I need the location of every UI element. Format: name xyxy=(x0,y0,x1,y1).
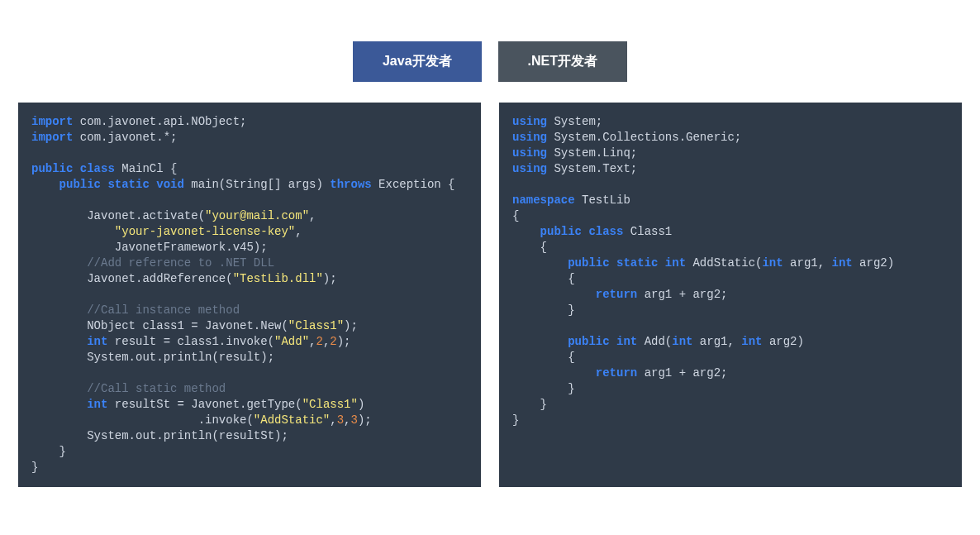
tab-java[interactable]: Java开发者 xyxy=(353,41,482,82)
csharp-code-panel: using System; using System.Collections.G… xyxy=(499,103,962,487)
tab-dotnet[interactable]: .NET开发者 xyxy=(498,41,627,82)
java-code: import com.javonet.api.NObject; import c… xyxy=(31,114,468,475)
java-code-panel: import com.javonet.api.NObject; import c… xyxy=(18,103,481,487)
code-panels: import com.javonet.api.NObject; import c… xyxy=(0,103,980,512)
tabs-row: Java开发者 .NET开发者 xyxy=(0,0,980,103)
csharp-code: using System; using System.Collections.G… xyxy=(512,114,949,428)
